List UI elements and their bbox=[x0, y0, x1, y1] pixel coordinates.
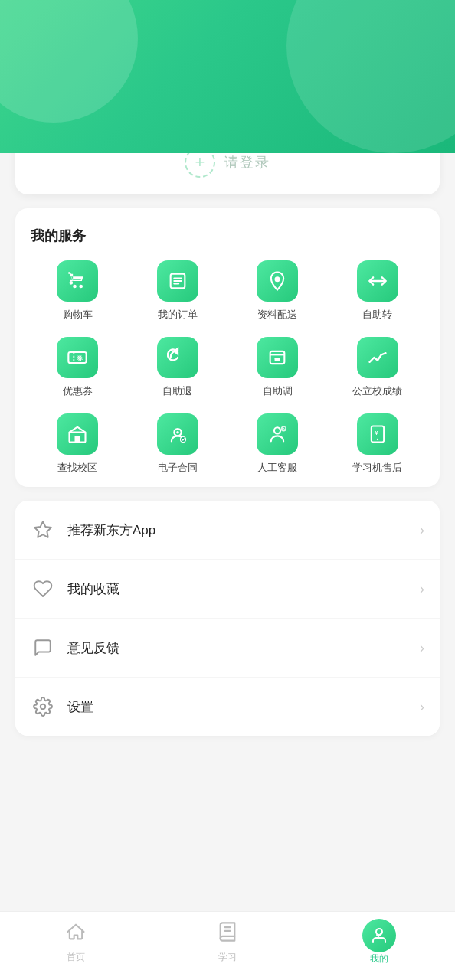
svg-marker-23 bbox=[34, 521, 51, 537]
coupon-label: 优惠券 bbox=[63, 384, 93, 398]
mine-active-badge bbox=[362, 919, 396, 952]
feedback-label: 意见反馈 bbox=[67, 639, 420, 657]
delivery-icon bbox=[257, 260, 298, 302]
services-grid: 购物车 我的订单 bbox=[28, 260, 427, 475]
favorites-label: 我的收藏 bbox=[67, 580, 420, 598]
menu-item-favorites[interactable]: 我的收藏 › bbox=[15, 560, 440, 619]
menu-list: 推荐新东方App › 我的收藏 › 意见反馈 › bbox=[15, 501, 440, 736]
menu-item-recommend[interactable]: 推荐新东方App › bbox=[15, 501, 440, 560]
svg-text:¥: ¥ bbox=[375, 430, 378, 436]
contract-label: 电子合同 bbox=[158, 461, 198, 475]
adjust-label: 自助调 bbox=[263, 384, 293, 398]
study-nav-label: 学习 bbox=[218, 951, 237, 964]
device-label: 学习机售后 bbox=[352, 461, 402, 475]
service-item-cart[interactable]: 购物车 bbox=[28, 260, 128, 322]
service-item-delivery[interactable]: 资料配送 bbox=[228, 260, 328, 322]
services-card: 我的服务 购物车 bbox=[15, 208, 440, 487]
svg-rect-11 bbox=[275, 358, 280, 361]
settings-chevron: › bbox=[420, 699, 424, 715]
gear-icon bbox=[31, 694, 55, 719]
service-item-score[interactable]: 公立校成绩 bbox=[328, 337, 428, 398]
contract-icon bbox=[157, 413, 198, 455]
star-icon bbox=[31, 518, 55, 542]
refund-label: 自助退 bbox=[162, 384, 192, 398]
heart-icon bbox=[31, 577, 55, 601]
service-item-adjust[interactable]: 自助调 bbox=[228, 337, 328, 398]
menu-item-feedback[interactable]: 意见反馈 › bbox=[15, 619, 440, 678]
svg-point-24 bbox=[41, 704, 46, 710]
main-content: + 请登录 我的服务 购物车 bbox=[0, 0, 455, 812]
cart-label: 购物车 bbox=[63, 308, 93, 322]
menu-item-settings[interactable]: 设置 › bbox=[15, 678, 440, 736]
svg-rect-13 bbox=[75, 436, 80, 442]
chat-icon bbox=[31, 635, 55, 660]
services-title: 我的服务 bbox=[28, 227, 427, 245]
transfer-label: 自助转 bbox=[362, 308, 392, 322]
service-item-contract[interactable]: 电子合同 bbox=[128, 413, 228, 475]
svg-text:券: 券 bbox=[76, 355, 83, 362]
mine-nav-label: 我的 bbox=[370, 952, 388, 965]
study-icon bbox=[217, 921, 238, 948]
bottom-nav: 首页 学习 我的 bbox=[0, 911, 455, 980]
settings-label: 设置 bbox=[67, 698, 420, 716]
service-item-campus[interactable]: 查找校区 bbox=[28, 413, 128, 475]
order-icon bbox=[157, 260, 198, 302]
recommend-chevron: › bbox=[420, 522, 424, 538]
home-nav-label: 首页 bbox=[67, 951, 85, 964]
transfer-icon bbox=[357, 260, 398, 302]
home-icon bbox=[65, 921, 87, 948]
login-prompt[interactable]: 请登录 bbox=[224, 153, 270, 172]
delivery-label: 资料配送 bbox=[257, 308, 297, 322]
service-item-service[interactable]: ? 人工客服 bbox=[228, 413, 328, 475]
refund-icon bbox=[157, 337, 198, 378]
svg-point-15 bbox=[176, 431, 179, 434]
service-item-refund[interactable]: 自助退 bbox=[128, 337, 228, 398]
score-label: 公立校成绩 bbox=[352, 384, 402, 398]
nav-item-home[interactable]: 首页 bbox=[0, 921, 152, 964]
campus-label: 查找校区 bbox=[57, 461, 97, 475]
nav-item-mine[interactable]: 我的 bbox=[303, 919, 455, 965]
service-icon: ? bbox=[257, 413, 298, 455]
order-label: 我的订单 bbox=[158, 308, 198, 322]
header-bg bbox=[0, 0, 455, 153]
nav-item-study[interactable]: 学习 bbox=[152, 921, 303, 964]
svg-point-4 bbox=[275, 276, 280, 282]
device-icon: ¥ bbox=[357, 413, 398, 455]
svg-point-17 bbox=[274, 427, 280, 433]
favorites-chevron: › bbox=[420, 581, 424, 597]
svg-text:?: ? bbox=[283, 426, 286, 431]
service-item-device[interactable]: ¥ 学习机售后 bbox=[328, 413, 428, 475]
feedback-chevron: › bbox=[420, 640, 424, 656]
service-item-coupon[interactable]: 券 优惠券 bbox=[28, 337, 128, 398]
svg-point-21 bbox=[377, 439, 378, 440]
service-label: 人工客服 bbox=[257, 461, 297, 475]
coupon-icon: 券 bbox=[57, 337, 98, 378]
service-item-order[interactable]: 我的订单 bbox=[128, 260, 228, 322]
recommend-label: 推荐新东方App bbox=[67, 521, 420, 539]
adjust-icon bbox=[257, 337, 298, 378]
campus-icon bbox=[57, 413, 98, 455]
service-item-transfer[interactable]: 自助转 bbox=[328, 260, 428, 322]
score-icon bbox=[357, 337, 398, 378]
cart-icon bbox=[57, 260, 98, 302]
